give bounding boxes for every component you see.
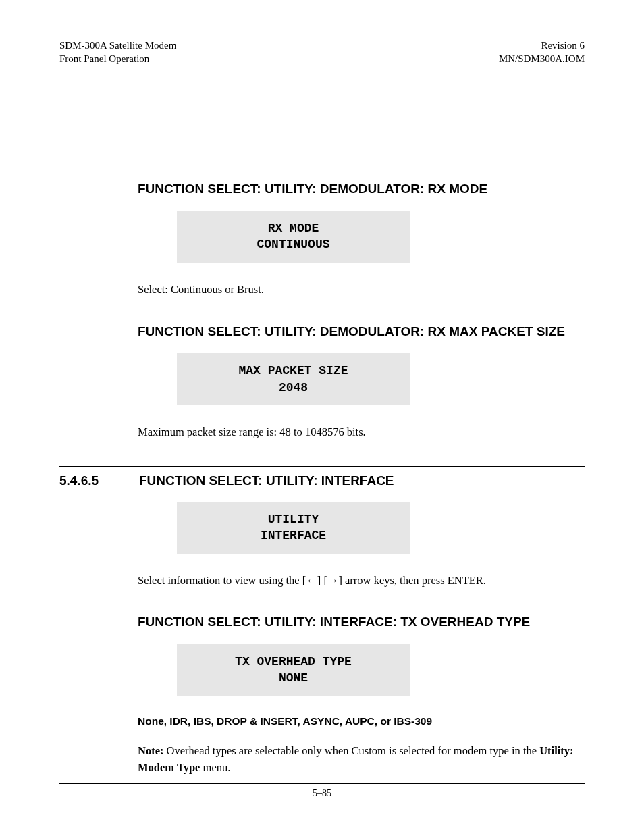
lcd-line2: NONE: [184, 670, 403, 686]
section-number: 5.4.6.5: [59, 473, 112, 488]
page-number: 5–85: [313, 788, 331, 798]
page-content-2: UTILITY INTERFACE Select information to …: [59, 502, 585, 777]
heading-rx-max-packet: FUNCTION SELECT: UTILITY: DEMODULATOR: R…: [138, 323, 585, 340]
lcd-tx-overhead: TX OVERHEAD TYPE NONE: [177, 644, 410, 696]
tx-overhead-note: Note: Overhead types are selectable only…: [138, 742, 585, 777]
note-label: Note:: [138, 744, 163, 757]
body-text: Select information to view using the [: [138, 574, 306, 587]
left-arrow-icon: ←: [306, 574, 317, 587]
body-rx-mode: Select: Continuous or Brust.: [138, 282, 585, 298]
header-product: SDM-300A Satellite Modem: [59, 38, 176, 52]
section-divider: [59, 466, 585, 467]
lcd-line1: RX MODE: [184, 220, 403, 236]
page-header: SDM-300A Satellite Modem Front Panel Ope…: [59, 38, 585, 66]
lcd-line1: MAX PACKET SIZE: [184, 363, 403, 379]
heading-rx-mode: FUNCTION SELECT: UTILITY: DEMODULATOR: R…: [138, 181, 585, 198]
header-docid: MN/SDM300A.IOM: [499, 52, 585, 66]
tx-overhead-options: None, IDR, IBS, DROP & INSERT, ASYNC, AU…: [138, 715, 585, 727]
note-text: menu.: [200, 761, 230, 774]
heading-utility-interface-row: 5.4.6.5 FUNCTION SELECT: UTILITY: INTERF…: [59, 473, 585, 488]
lcd-utility-interface: UTILITY INTERFACE: [177, 502, 410, 554]
right-arrow-icon: →: [327, 574, 339, 587]
lcd-line2: 2048: [184, 380, 403, 396]
lcd-line1: UTILITY: [184, 511, 403, 527]
header-revision: Revision 6: [499, 38, 585, 52]
page-footer: 5–85: [59, 783, 585, 799]
body-text: ] arrow keys, then press ENTER.: [338, 574, 486, 587]
lcd-line2: INTERFACE: [184, 527, 403, 544]
heading-utility-interface: FUNCTION SELECT: UTILITY: INTERFACE: [139, 473, 394, 488]
header-left: SDM-300A Satellite Modem Front Panel Ope…: [59, 38, 176, 66]
header-right: Revision 6 MN/SDM300A.IOM: [499, 38, 585, 66]
header-chapter: Front Panel Operation: [59, 52, 176, 66]
body-text: ] [: [317, 574, 327, 587]
body-utility-interface: Select information to view using the [←]…: [138, 573, 585, 589]
body-max-packet: Maximum packet size range is: 48 to 1048…: [138, 424, 585, 440]
lcd-line1: TX OVERHEAD TYPE: [184, 654, 403, 670]
note-text: Overhead types are selectable only when …: [163, 744, 539, 757]
lcd-line2: CONTINUOUS: [184, 236, 403, 253]
lcd-rx-mode: RX MODE CONTINUOUS: [177, 211, 410, 263]
page-content: FUNCTION SELECT: UTILITY: DEMODULATOR: R…: [59, 181, 585, 440]
heading-tx-overhead: FUNCTION SELECT: UTILITY: INTERFACE: TX …: [138, 614, 585, 631]
lcd-max-packet: MAX PACKET SIZE 2048: [177, 353, 410, 405]
